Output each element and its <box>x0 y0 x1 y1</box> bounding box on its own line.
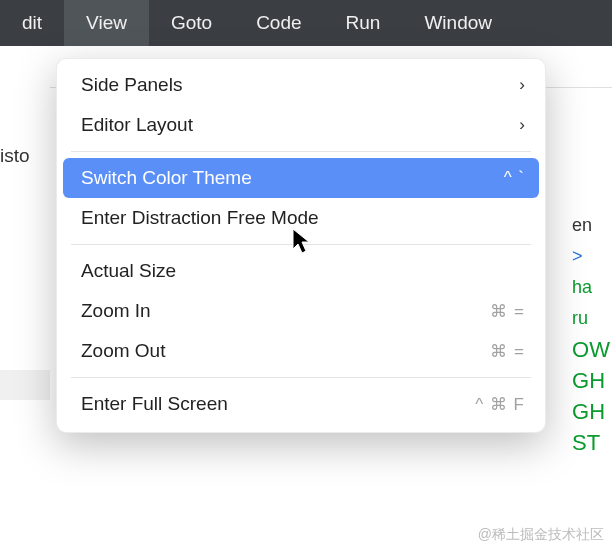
menuitem-label: Switch Color Theme <box>81 167 252 189</box>
menu-separator <box>71 377 531 378</box>
menuitem-actual-size[interactable]: Actual Size <box>57 251 545 291</box>
code-fragment: en <box>572 210 610 241</box>
code-fragment: ST <box>572 427 610 458</box>
menuitem-label: Enter Distraction Free Mode <box>81 207 319 229</box>
menuitem-label: Zoom Out <box>81 340 165 362</box>
menuitem-enter-full-screen[interactable]: Enter Full Screen ^ ⌘ F <box>57 384 545 424</box>
code-fragment: ru <box>572 303 610 334</box>
chevron-right-icon: › <box>519 75 525 95</box>
sidebar-highlight-fragment <box>0 370 50 400</box>
menu-edit[interactable]: dit <box>0 0 64 46</box>
menuitem-switch-color-theme[interactable]: Switch Color Theme ^ ` <box>63 158 539 198</box>
code-fragment: ha <box>572 272 610 303</box>
menu-code[interactable]: Code <box>234 0 323 46</box>
menu-window[interactable]: Window <box>402 0 514 46</box>
menuitem-label: Enter Full Screen <box>81 393 228 415</box>
menuitem-shortcut: ^ ` <box>504 168 525 188</box>
view-menu-dropdown: Side Panels › Editor Layout › Switch Col… <box>56 58 546 433</box>
editor-background-code: en > ha ru OW GH GH ST <box>572 210 610 458</box>
code-fragment: GH <box>572 396 610 427</box>
menuitem-label: Actual Size <box>81 260 176 282</box>
menuitem-label: Editor Layout <box>81 114 193 136</box>
code-fragment: GH <box>572 365 610 396</box>
sidebar-label-fragment: isto <box>0 145 30 167</box>
left-strip <box>0 46 50 548</box>
menuitem-label: Zoom In <box>81 300 151 322</box>
code-fragment: > <box>572 241 610 272</box>
menu-separator <box>71 244 531 245</box>
menuitem-zoom-out[interactable]: Zoom Out ⌘ = <box>57 331 545 371</box>
menuitem-zoom-in[interactable]: Zoom In ⌘ = <box>57 291 545 331</box>
menuitem-shortcut: ⌘ = <box>490 341 525 362</box>
menubar: dit View Goto Code Run Window <box>0 0 612 46</box>
watermark-text: @稀土掘金技术社区 <box>478 526 604 544</box>
menuitem-editor-layout[interactable]: Editor Layout › <box>57 105 545 145</box>
menu-separator <box>71 151 531 152</box>
chevron-right-icon: › <box>519 115 525 135</box>
menuitem-side-panels[interactable]: Side Panels › <box>57 65 545 105</box>
menuitem-shortcut: ⌘ = <box>490 301 525 322</box>
menu-run[interactable]: Run <box>324 0 403 46</box>
menuitem-shortcut: ^ ⌘ F <box>475 394 525 415</box>
menu-goto[interactable]: Goto <box>149 0 234 46</box>
code-fragment: OW <box>572 334 610 365</box>
menuitem-label: Side Panels <box>81 74 182 96</box>
menuitem-distraction-free[interactable]: Enter Distraction Free Mode <box>57 198 545 238</box>
menu-view[interactable]: View <box>64 0 149 46</box>
